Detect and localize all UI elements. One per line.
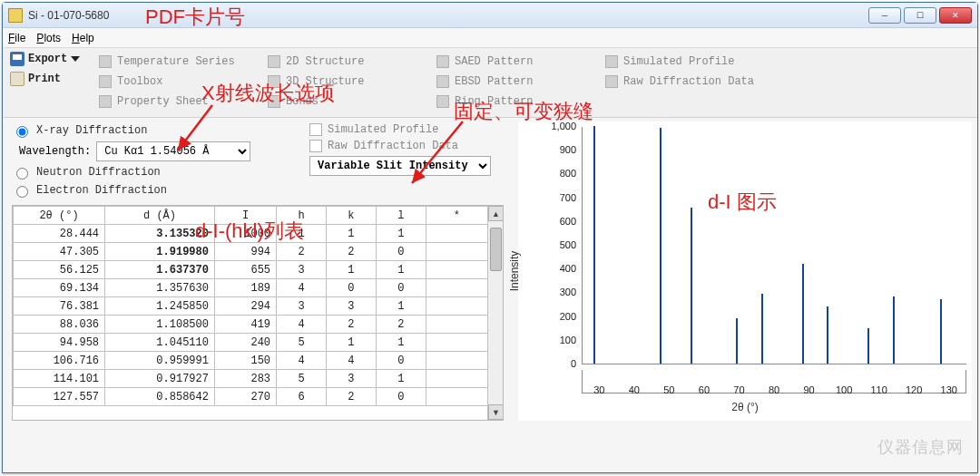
data-table-wrap: 2θ (°)d (Å)Ihkl* 28.4443.135320100011147… <box>12 205 504 421</box>
titlebar[interactable]: Si - 01-070-5680 ─ ☐ ✕ <box>3 3 977 28</box>
table-cell: 0 <box>376 243 426 261</box>
radio-xray[interactable]: X-ray Diffraction <box>12 123 302 138</box>
table-cell: 1 <box>376 261 426 279</box>
right-panel: Intensity 2θ (°) 01002003004005006007008… <box>514 118 977 472</box>
table-header[interactable]: * <box>426 207 487 225</box>
app-icon <box>8 8 23 23</box>
table-header[interactable]: k <box>326 207 376 225</box>
x-tick: 120 <box>906 384 922 395</box>
toolbar-item[interactable]: Simulated Profile <box>605 52 769 72</box>
close-button[interactable]: ✕ <box>939 7 972 24</box>
toolbar-item[interactable]: Ring Pattern <box>436 92 600 112</box>
table-row[interactable]: 106.7160.959991150440 <box>14 352 488 370</box>
toolbar-item-label: 2D Structure <box>286 55 364 68</box>
table-row[interactable]: 47.3051.919980994220 <box>14 243 488 261</box>
table-row[interactable]: 28.4443.1353201000111 <box>14 225 488 243</box>
table-cell: 655 <box>214 261 276 279</box>
toolbar-item[interactable]: Toolbox <box>99 72 262 92</box>
radio-neutron[interactable]: Neutron Diffraction <box>12 165 302 180</box>
export-button[interactable]: Export <box>10 52 93 66</box>
maximize-button[interactable]: ☐ <box>904 7 936 24</box>
checkbox-icon[interactable] <box>309 123 322 136</box>
export-label: Export <box>28 53 67 65</box>
table-scrollbar[interactable]: ▲ ▼ <box>487 206 503 420</box>
toolbar-item-label: EBSD Pattern <box>455 75 533 88</box>
table-row[interactable]: 127.5570.858642270620 <box>14 388 488 406</box>
toolbar-item[interactable]: Raw Diffraction Data <box>605 72 769 92</box>
toolbar-item[interactable]: EBSD Pattern <box>436 72 600 92</box>
table-row[interactable]: 114.1010.917927283531 <box>14 370 488 388</box>
table-cell: 4 <box>277 316 327 334</box>
table-row[interactable]: 88.0361.108500419422 <box>14 316 488 334</box>
x-tick: 60 <box>699 384 710 395</box>
radio-neutron-label: Neutron Diffraction <box>36 166 161 179</box>
toolbar-item[interactable]: 3D Structure <box>268 72 431 92</box>
scroll-thumb[interactable] <box>490 228 502 271</box>
table-header[interactable]: d (Å) <box>105 207 215 225</box>
y-tick: 200 <box>545 311 576 322</box>
table-cell: 2 <box>277 243 327 261</box>
table-cell: 1 <box>326 225 376 243</box>
table-cell: 4 <box>277 279 327 297</box>
table-header[interactable]: 2θ (°) <box>14 207 105 225</box>
table-row[interactable]: 94.9581.045110240511 <box>14 334 488 352</box>
tool-icon <box>99 75 112 88</box>
x-axis-label: 2θ (°) <box>731 401 758 413</box>
chart-peak <box>802 264 804 364</box>
table-cell: 1.919980 <box>105 243 215 261</box>
table-cell: 294 <box>214 297 276 316</box>
toolbar-item <box>605 92 769 112</box>
print-button[interactable]: Print <box>10 72 93 86</box>
window-title: Si - 01-070-5680 <box>28 9 868 22</box>
y-tick: 600 <box>545 216 576 227</box>
table-header[interactable]: h <box>277 207 327 225</box>
radio-xray-input[interactable] <box>16 126 28 138</box>
radio-electron[interactable]: Electron Diffraction <box>12 183 302 198</box>
scroll-down-icon[interactable]: ▼ <box>488 404 504 420</box>
menu-file[interactable]: File <box>8 32 25 44</box>
table-row[interactable]: 76.3811.245850294331 <box>14 297 488 316</box>
table-cell: 6 <box>277 388 327 406</box>
x-tick: 80 <box>769 384 779 395</box>
scroll-up-icon[interactable]: ▲ <box>488 206 504 221</box>
table-cell: 2 <box>326 243 376 261</box>
table-cell: 1 <box>376 225 426 243</box>
toolbar-item[interactable]: Bonds <box>268 92 431 112</box>
table-cell: 3 <box>326 297 376 316</box>
radio-neutron-input[interactable] <box>16 168 28 180</box>
toolbar-item[interactable]: SAED Pattern <box>436 52 600 72</box>
minimize-button[interactable]: ─ <box>868 7 901 24</box>
y-tick: 500 <box>545 239 576 250</box>
x-tick: 30 <box>593 384 604 395</box>
toolbar-item[interactable]: 2D Structure <box>268 52 431 72</box>
table-cell: 114.101 <box>14 370 105 388</box>
table-header[interactable]: I <box>214 207 276 225</box>
arrow-icon <box>172 102 218 156</box>
table-cell: 69.134 <box>14 279 105 297</box>
radio-electron-input[interactable] <box>16 186 28 198</box>
save-icon <box>10 52 24 66</box>
table-cell: 189 <box>214 279 276 297</box>
table-cell: 127.557 <box>14 388 105 406</box>
table-cell: 1000 <box>214 225 276 243</box>
table-header[interactable]: l <box>376 207 426 225</box>
checkbox-icon[interactable] <box>309 140 322 152</box>
svg-line-0 <box>178 105 212 151</box>
chart-peak <box>736 318 738 364</box>
y-tick: 400 <box>545 263 576 274</box>
x-tick: 100 <box>836 384 852 395</box>
radio-xray-label: X-ray Diffraction <box>36 124 147 137</box>
table-cell: 0 <box>376 352 426 370</box>
table-cell: 1.637370 <box>105 261 215 279</box>
table-cell: 28.444 <box>14 225 105 243</box>
svg-line-1 <box>412 121 463 183</box>
tool-icon <box>99 55 112 68</box>
chart-peak <box>827 306 828 364</box>
y-tick: 300 <box>545 287 576 297</box>
menu-help[interactable]: Help <box>72 32 94 44</box>
table-cell: 3.135320 <box>105 225 215 243</box>
table-row[interactable]: 69.1341.357630189400 <box>14 279 488 297</box>
menu-plots[interactable]: Plots <box>36 32 61 44</box>
toolbar-item[interactable]: Temperature Series <box>99 52 262 72</box>
table-row[interactable]: 56.1251.637370655311 <box>14 261 488 279</box>
